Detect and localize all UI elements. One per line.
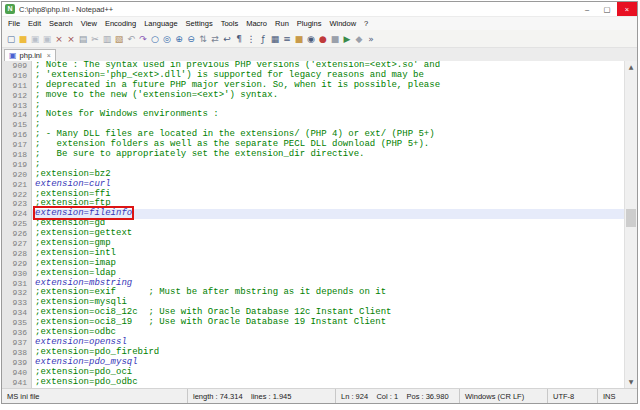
menu-item-macro[interactable]: Macro [242,19,271,28]
line-number: 938 [2,348,31,358]
code-line-922[interactable]: ;extension=ffi [32,190,624,200]
scrollbar-thumb[interactable] [626,209,636,227]
code-line-918[interactable]: ; Be sure to appropriately set the exten… [32,150,624,160]
function-list-icon[interactable]: ƒ [258,32,269,46]
redo-icon[interactable]: ↷ [138,32,149,46]
paste-icon[interactable]: ▧ [114,32,125,46]
print-icon[interactable]: ▤ [78,32,89,46]
editor-area[interactable]: 9099109119129139149159169179189199209219… [2,61,637,388]
document-map-icon[interactable]: ▦ [270,32,281,46]
line-number: 926 [2,229,31,239]
copy-icon[interactable]: ▥ [102,32,113,46]
menu-item-run[interactable]: Run [271,19,293,28]
line-number: 924 [2,209,31,219]
menu-item-window[interactable]: Window [325,19,360,28]
status-eol-format: Windows (CR LF) [460,389,548,403]
maximize-button[interactable]: ▢ [597,2,617,16]
show-all-chars-icon[interactable]: ¶ [234,32,245,46]
new-file-icon[interactable]: ▢ [6,32,17,46]
line-number: 932 [2,288,31,298]
minimize-button[interactable]: – [577,2,597,16]
stop-macro-icon[interactable]: ■ [330,32,341,46]
document-list-icon[interactable]: ≡ [282,32,293,46]
code-line-935[interactable]: ;extension=oci8_19 ; Use with Oracle Dat… [32,318,624,328]
menu-bar: FileEditSearchViewEncodingLanguageSettin… [2,17,637,30]
menu-item-encoding[interactable]: Encoding [101,19,140,28]
tab-bar: ▣ php.ini × [2,48,637,61]
scroll-down-arrow-icon[interactable]: ▼ [625,376,637,388]
code-line-920[interactable]: ;extension=bz2 [32,170,624,180]
line-number: 939 [2,358,31,368]
line-number: 914 [2,110,31,120]
zoom-in-icon[interactable]: ⊕ [174,32,185,46]
close-file-icon[interactable]: × [54,32,65,46]
line-number: 909 [2,61,31,71]
line-number: 910 [2,71,31,81]
find-icon[interactable]: ○ [150,32,161,46]
menu-item-search[interactable]: Search [45,19,77,28]
replace-icon[interactable]: ◎ [162,32,173,46]
code-line-914[interactable]: ; Notes for Windows environments : [32,110,624,120]
line-number: 922 [2,190,31,200]
word-wrap-icon[interactable]: ↩ [222,32,233,46]
notepadpp-window: N C:\php8\php.ini - Notepad++ – ▢ × File… [1,1,638,404]
undo-icon[interactable]: ↶ [126,32,137,46]
close-all-icon[interactable]: × [66,32,77,46]
line-number: 928 [2,249,31,259]
code-line-924[interactable]: extension=fileinfo [32,209,624,219]
code-line-926[interactable]: ;extension=gettext [32,229,624,239]
line-number: 917 [2,140,31,150]
folder-workspace-icon[interactable]: ■ [294,32,305,46]
save-icon[interactable]: ▣ [30,32,41,46]
tab-label: php.ini [20,51,42,60]
sync-vertical-icon[interactable]: ⇅ [198,32,209,46]
window-close-button[interactable]: × [617,2,637,16]
saved-file-icon: ▣ [9,51,17,60]
tab-close-icon[interactable]: × [47,52,51,59]
line-number: 929 [2,259,31,269]
run-macro-multi-icon[interactable]: » [366,32,377,46]
zoom-out-icon[interactable]: ⊖ [186,32,197,46]
code-line-921[interactable]: extension=curl [32,180,624,190]
menu-item-help[interactable]: ? [360,19,372,28]
save-all-icon[interactable]: ▣ [42,32,53,46]
code-line-927[interactable]: ;extension=gmp [32,239,624,249]
indent-guide-icon[interactable]: ⋮ [246,32,257,46]
line-number: 911 [2,81,31,91]
monitoring-icon[interactable]: ◉ [306,32,317,46]
menu-item-tools[interactable]: Tools [217,19,243,28]
save-macro-icon[interactable]: ◆ [354,32,365,46]
code-area[interactable]: ; Note : The syntax used in previous PHP… [32,61,624,388]
line-number: 921 [2,180,31,190]
code-line-919[interactable]: ; [32,160,624,170]
line-number: 940 [2,368,31,378]
code-line-928[interactable]: ;extension=intl [32,249,624,259]
record-macro-icon[interactable]: ● [318,32,329,46]
code-line-912[interactable]: ; move to the new ('extension=<ext>') sy… [32,91,624,101]
menu-item-language[interactable]: Language [140,19,181,28]
menu-item-file[interactable]: File [4,19,24,28]
toolbar: ▢■▣▣××▤✂▥▧↶↷○◎⊕⊖⇅⇄↩¶⋮ƒ▦≡■◉●■▶◆» [2,30,637,48]
scroll-up-arrow-icon[interactable]: ▲ [625,61,637,73]
sync-horizontal-icon[interactable]: ⇄ [210,32,221,46]
status-cursor-position: Ln : 924 Col : 1 Pos : 36.980 [336,389,460,403]
menu-item-view[interactable]: View [77,19,101,28]
vertical-scrollbar[interactable]: ▲ ▼ [624,61,637,388]
tab-php-ini[interactable]: ▣ php.ini × [4,49,56,61]
play-macro-icon[interactable]: ▶ [342,32,353,46]
title-bar[interactable]: N C:\php8\php.ini - Notepad++ – ▢ × [2,2,637,17]
annotation-red-box: extension=fileinfo [35,208,132,218]
line-number: 941 [2,378,31,388]
open-file-icon[interactable]: ■ [18,32,29,46]
code-line-929[interactable]: ;extension=imap [32,259,624,269]
cut-icon[interactable]: ✂ [90,32,101,46]
menu-item-edit[interactable]: Edit [24,19,45,28]
menu-item-plugins[interactable]: Plugins [293,19,326,28]
line-number-gutter[interactable]: 9099109119129139149159169179189199209219… [2,61,32,388]
line-number: 918 [2,150,31,160]
code-line-941[interactable]: ;extension=pdo_odbc [32,378,624,388]
line-number: 931 [2,279,31,289]
line-number: 933 [2,298,31,308]
menu-item-settings[interactable]: Settings [182,19,217,28]
line-number: 935 [2,318,31,328]
